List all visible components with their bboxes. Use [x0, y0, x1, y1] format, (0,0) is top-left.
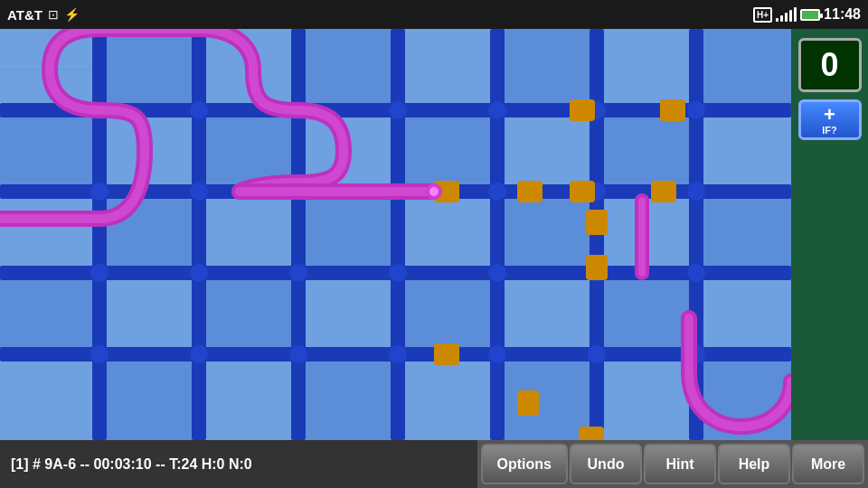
svg-rect-30 — [497, 273, 597, 354]
svg-rect-50 — [391, 29, 405, 440]
svg-rect-48 — [192, 29, 206, 440]
right-panel: 0 + IF? — [791, 29, 868, 440]
game-status: [1] # 9A-6 -- 00:03:10 -- T:24 H:0 N:0 — [0, 440, 477, 488]
svg-rect-87 — [651, 181, 676, 202]
signal-bar-4 — [789, 10, 792, 22]
svg-point-62 — [190, 183, 208, 201]
svg-rect-91 — [517, 390, 539, 416]
svg-point-74 — [687, 264, 705, 282]
svg-rect-82 — [570, 99, 595, 121]
svg-rect-9 — [0, 110, 99, 192]
svg-point-65 — [488, 183, 506, 201]
svg-point-55 — [190, 101, 208, 119]
svg-rect-88 — [586, 210, 608, 235]
svg-rect-13 — [398, 110, 497, 192]
svg-point-75 — [90, 345, 108, 363]
svg-rect-4 — [298, 29, 398, 110]
svg-point-96 — [429, 187, 439, 196]
help-button[interactable]: Help — [718, 444, 790, 484]
svg-rect-32 — [696, 273, 791, 354]
battery-icon — [800, 9, 820, 21]
svg-rect-18 — [99, 192, 199, 273]
usb-icon: ⚡ — [64, 7, 80, 22]
svg-point-58 — [488, 101, 506, 119]
status-text: [1] # 9A-6 -- 00:03:10 -- T:24 H:0 N:0 — [11, 456, 252, 473]
svg-rect-35 — [199, 354, 298, 440]
svg-rect-21 — [398, 192, 497, 273]
network-type-badge: H+ — [753, 7, 772, 23]
svg-rect-37 — [398, 354, 497, 440]
svg-point-67 — [687, 183, 705, 201]
svg-rect-6 — [497, 29, 597, 110]
svg-point-72 — [488, 264, 506, 282]
svg-rect-16 — [696, 110, 791, 192]
svg-point-76 — [190, 345, 208, 363]
svg-rect-90 — [434, 343, 459, 365]
signal-bar-1 — [776, 18, 778, 22]
if-label: IF? — [822, 125, 837, 136]
carrier-name: AT&T — [7, 7, 42, 23]
bottom-bar: [1] # 9A-6 -- 00:03:10 -- T:24 H:0 N:0 O… — [0, 440, 868, 488]
undo-button[interactable]: Undo — [570, 444, 642, 484]
svg-rect-47 — [92, 29, 107, 440]
status-bar: AT&T ⊡ ⚡ H+ 11:48 — [0, 0, 868, 29]
svg-rect-7 — [597, 29, 696, 110]
svg-rect-27 — [199, 273, 298, 354]
svg-rect-14 — [497, 110, 597, 192]
svg-rect-92 — [579, 427, 604, 440]
svg-rect-36 — [298, 354, 398, 440]
svg-rect-89 — [586, 255, 608, 280]
more-button[interactable]: More — [792, 444, 864, 484]
svg-point-79 — [488, 345, 506, 363]
signal-bar-3 — [785, 13, 788, 22]
svg-rect-19 — [199, 192, 298, 273]
hint-button[interactable]: Hint — [644, 444, 716, 484]
svg-rect-17 — [0, 192, 99, 273]
svg-rect-83 — [660, 99, 685, 121]
svg-point-71 — [389, 264, 407, 282]
svg-rect-20 — [298, 192, 398, 273]
svg-rect-51 — [490, 29, 505, 440]
svg-rect-22 — [497, 192, 597, 273]
svg-point-68 — [90, 264, 108, 282]
svg-point-80 — [588, 345, 606, 363]
options-button[interactable]: Options — [481, 444, 568, 484]
svg-rect-28 — [298, 273, 398, 354]
svg-point-60 — [687, 101, 705, 119]
time-display: 11:48 — [824, 6, 861, 23]
status-bar-left: AT&T ⊡ ⚡ — [7, 7, 753, 23]
screen-icon: ⊡ — [48, 7, 59, 22]
svg-rect-25 — [0, 273, 99, 354]
score-display: 0 — [798, 38, 862, 92]
svg-rect-24 — [696, 192, 791, 273]
signal-strength — [776, 7, 797, 22]
svg-point-61 — [90, 183, 108, 201]
svg-rect-5 — [398, 29, 497, 110]
status-bar-right: H+ 11:48 — [753, 6, 861, 23]
game-canvas — [0, 29, 791, 440]
svg-rect-29 — [398, 273, 497, 354]
svg-rect-8 — [696, 29, 791, 110]
svg-rect-2 — [99, 29, 199, 110]
if-button[interactable]: + IF? — [798, 99, 862, 140]
svg-rect-33 — [0, 354, 99, 440]
bottom-buttons: Options Undo Hint Help More — [477, 440, 868, 488]
svg-rect-49 — [291, 29, 306, 440]
signal-bar-2 — [780, 15, 783, 22]
if-plus-icon: + — [824, 105, 835, 125]
svg-point-70 — [289, 264, 307, 282]
svg-point-78 — [389, 345, 407, 363]
svg-rect-86 — [570, 181, 595, 202]
svg-rect-34 — [99, 354, 199, 440]
game-area[interactable] — [0, 29, 791, 440]
svg-rect-15 — [597, 110, 696, 192]
score-value: 0 — [820, 46, 838, 84]
svg-rect-85 — [517, 181, 542, 202]
svg-point-69 — [190, 264, 208, 282]
svg-point-57 — [389, 101, 407, 119]
signal-bar-5 — [794, 7, 797, 22]
svg-rect-26 — [99, 273, 199, 354]
svg-point-77 — [289, 345, 307, 363]
